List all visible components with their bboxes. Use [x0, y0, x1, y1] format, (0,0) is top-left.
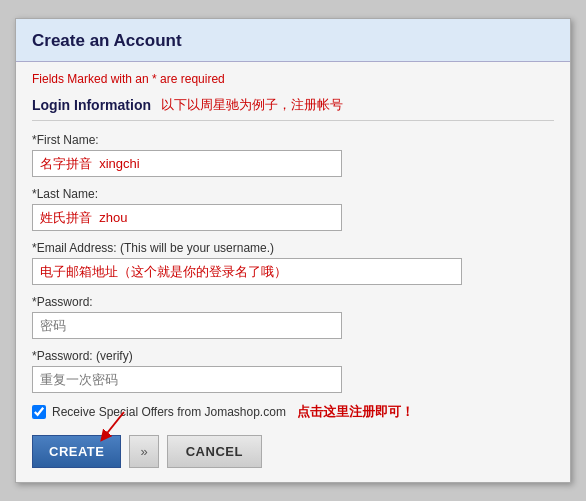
form-content: Fields Marked with an * are required Log… [16, 62, 570, 482]
email-label: *Email Address: (This will be your usern… [32, 241, 554, 255]
offers-checkbox[interactable] [32, 405, 46, 419]
page-title: Create an Account [32, 31, 554, 51]
cancel-button[interactable]: CANCEL [167, 435, 262, 468]
account-creation-window: Create an Account Fields Marked with an … [15, 18, 571, 483]
password-verify-group: *Password: (verify) [32, 349, 554, 393]
first-name-label: *First Name: [32, 133, 554, 147]
section-label-en: Login Information [32, 97, 151, 113]
offers-row: Receive Special Offers from Jomashop.com… [32, 403, 554, 421]
password-group: *Password: [32, 295, 554, 339]
title-bar: Create an Account [16, 19, 570, 62]
first-name-input[interactable] [32, 150, 342, 177]
password-verify-label: *Password: (verify) [32, 349, 554, 363]
first-name-group: *First Name: [32, 133, 554, 177]
last-name-input[interactable] [32, 204, 342, 231]
password-verify-input[interactable] [32, 366, 342, 393]
create-button[interactable]: CREATE [32, 435, 121, 468]
required-note: Fields Marked with an * are required [32, 72, 554, 86]
section-label-cn: 以下以周星驰为例子，注册帐号 [161, 96, 343, 114]
email-input[interactable] [32, 258, 462, 285]
email-group: *Email Address: (This will be your usern… [32, 241, 554, 285]
password-input[interactable] [32, 312, 342, 339]
last-name-label: *Last Name: [32, 187, 554, 201]
section-header: Login Information 以下以周星驰为例子，注册帐号 [32, 96, 554, 121]
password-label: *Password: [32, 295, 554, 309]
button-row: CREATE » CANCEL [32, 435, 554, 468]
offers-label: Receive Special Offers from Jomashop.com… [52, 403, 414, 421]
last-name-group: *Last Name: [32, 187, 554, 231]
arrow-button[interactable]: » [129, 435, 158, 468]
offers-cn-note: 点击这里注册即可！ [297, 404, 414, 419]
